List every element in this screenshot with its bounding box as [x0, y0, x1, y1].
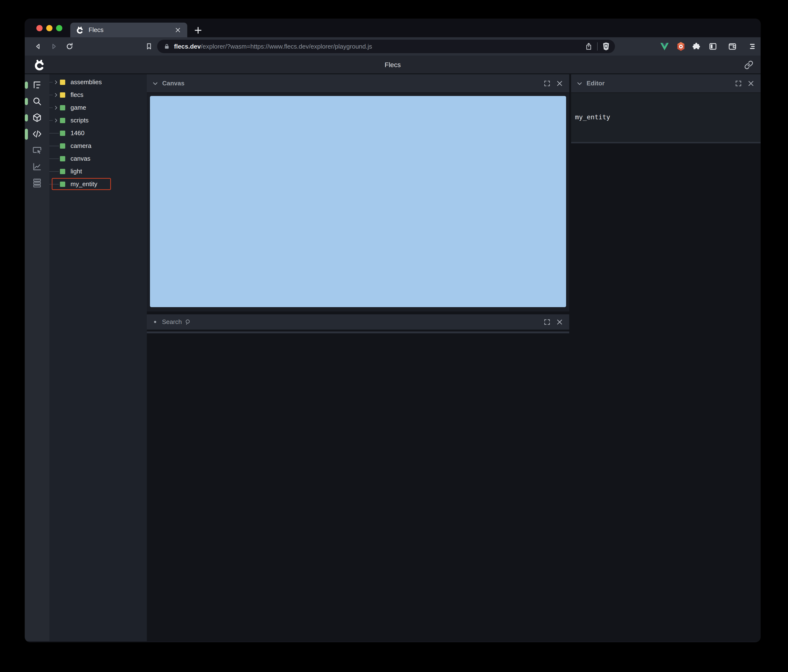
- sidebar-toggle-icon[interactable]: [708, 41, 718, 51]
- selection-highlight-box: [52, 178, 111, 190]
- chart-icon[interactable]: [32, 162, 42, 172]
- chevron-right-icon[interactable]: [53, 79, 59, 86]
- search-rail-icon[interactable]: [32, 96, 42, 106]
- close-icon[interactable]: [555, 317, 564, 327]
- entity-color-swatch: [60, 156, 65, 162]
- search-panel-header: Search: [147, 314, 569, 330]
- close-icon[interactable]: [746, 79, 756, 88]
- tree-guide-line: [49, 171, 59, 172]
- tab-close-icon[interactable]: [174, 26, 182, 34]
- entity-tree-icon[interactable]: [32, 79, 42, 90]
- rail-active-indicator: [25, 114, 28, 122]
- new-tab-button[interactable]: [192, 24, 204, 36]
- editor-panel-title: Editor: [586, 79, 605, 87]
- tree-item-light[interactable]: light: [49, 165, 147, 178]
- tab-favicon-flecs-logo-icon: [76, 26, 84, 34]
- url-divider: [597, 42, 597, 51]
- browser-toolbar: flecs.dev/explorer/?wasm=https://www.fle…: [25, 37, 761, 55]
- chevron-right-icon[interactable]: [53, 117, 59, 124]
- icon-rail: [25, 74, 49, 641]
- tree-item-flecs[interactable]: flecs: [49, 89, 147, 101]
- main-area: Canvas Editor: [147, 74, 761, 641]
- canvas-panel-body: [147, 93, 569, 311]
- chevron-right-icon[interactable]: [53, 92, 59, 98]
- tree-guide-line: [49, 146, 59, 146]
- search-panel-footer-strip: [147, 331, 569, 333]
- canvas-panel: Canvas: [147, 74, 569, 311]
- tree-guide-line: [49, 120, 53, 121]
- tree-item-assemblies[interactable]: assemblies: [49, 76, 147, 89]
- code-icon[interactable]: [32, 129, 42, 139]
- fullscreen-icon[interactable]: [542, 79, 552, 88]
- webgl-canvas-viewport[interactable]: [150, 96, 566, 307]
- tab-title: Flecs: [89, 26, 174, 34]
- editor-panel: Editor my_entity: [571, 74, 761, 143]
- tree-item-label: 1460: [70, 129, 84, 137]
- tree-item-label: flecs: [70, 91, 83, 98]
- tree-guide-line: [49, 108, 53, 108]
- canvas-panel-header: Canvas: [147, 74, 569, 93]
- inspect-icon[interactable]: [32, 145, 42, 155]
- traffic-lights: [37, 25, 62, 31]
- tree-item-label: assemblies: [70, 78, 102, 86]
- tree-item-label: light: [70, 168, 82, 175]
- tree-item-1460[interactable]: 1460: [49, 127, 147, 139]
- zoom-window-button[interactable]: [56, 25, 62, 31]
- tree-item-canvas[interactable]: canvas: [49, 152, 147, 165]
- url-bar[interactable]: flecs.dev/explorer/?wasm=https://www.fle…: [157, 40, 615, 53]
- chevron-down-icon[interactable]: [576, 80, 583, 87]
- minimize-window-button[interactable]: [46, 25, 52, 31]
- link-icon[interactable]: [744, 60, 753, 70]
- reload-button[interactable]: [65, 41, 75, 51]
- entity-color-swatch: [60, 118, 65, 123]
- app-header: Flecs: [25, 55, 761, 74]
- tree-item-scripts[interactable]: scripts: [49, 114, 147, 127]
- hexagon-extension-icon[interactable]: [675, 41, 686, 51]
- search-panel: Search: [147, 314, 569, 333]
- app-body: assemblies flecs game scripts: [25, 74, 761, 641]
- vue-devtools-extension-icon[interactable]: [659, 41, 670, 51]
- commands-icon[interactable]: [32, 178, 42, 188]
- share-icon[interactable]: [585, 42, 593, 51]
- search-icon: [184, 319, 191, 325]
- tree-item-camera[interactable]: camera: [49, 139, 147, 152]
- tree-item-my-entity[interactable]: my_entity: [49, 178, 147, 190]
- search-panel-title: Search: [162, 318, 182, 326]
- wallet-icon[interactable]: [727, 41, 738, 51]
- code-editor[interactable]: my_entity: [571, 93, 761, 143]
- bookmark-icon[interactable]: [144, 41, 154, 51]
- browser-tab-flecs[interactable]: Flecs: [70, 22, 187, 37]
- tree-item-label: canvas: [70, 155, 90, 162]
- entity-color-swatch: [60, 79, 65, 85]
- tree-item-game[interactable]: game: [49, 101, 147, 114]
- close-icon[interactable]: [555, 79, 564, 88]
- tree-guide-line: [49, 82, 53, 82]
- cube-icon[interactable]: [32, 113, 42, 123]
- browser-window: Flecs: [25, 19, 761, 642]
- tree-item-label: game: [70, 104, 86, 111]
- tab-strip: Flecs: [25, 19, 761, 37]
- tree-guide-line: [49, 158, 59, 159]
- entity-color-swatch: [60, 105, 65, 110]
- extensions-puzzle-icon[interactable]: [691, 41, 702, 51]
- entity-color-swatch: [60, 143, 65, 149]
- brave-shield-icon[interactable]: [602, 42, 610, 51]
- fullscreen-icon[interactable]: [734, 79, 743, 88]
- rail-active-indicator: [25, 129, 28, 140]
- fullscreen-icon[interactable]: [542, 317, 552, 327]
- canvas-panel-title: Canvas: [162, 79, 184, 87]
- url-domain: flecs.dev: [174, 43, 201, 50]
- close-window-button[interactable]: [37, 25, 43, 31]
- tree-guide-line: [49, 133, 59, 133]
- back-button[interactable]: [33, 41, 43, 51]
- url-path: /explorer/?wasm=https://www.flecs.dev/ex…: [201, 43, 372, 50]
- chevron-down-icon[interactable]: [152, 80, 159, 87]
- editor-panel-header: Editor: [571, 74, 761, 93]
- collapsed-panel-dot-icon[interactable]: [154, 321, 156, 323]
- forward-button[interactable]: [49, 41, 59, 51]
- chevron-right-icon[interactable]: [53, 105, 59, 111]
- lock-icon: [164, 43, 170, 50]
- page-title: Flecs: [25, 55, 761, 74]
- menu-icon[interactable]: [747, 41, 758, 51]
- rail-active-indicator: [25, 82, 28, 89]
